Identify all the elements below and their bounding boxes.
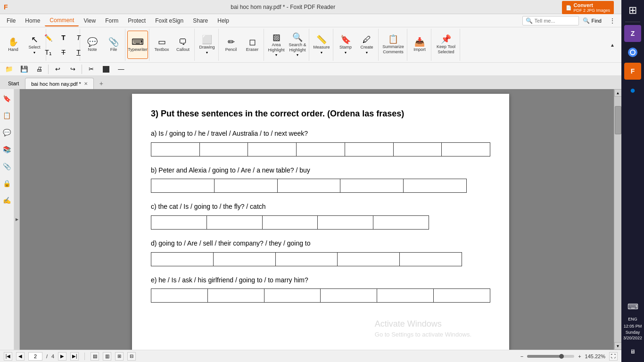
hand-tool-button[interactable]: ✋ Hand	[3, 31, 24, 59]
area-highlight-button[interactable]: ▨ AreaHighlight ▼	[266, 31, 287, 59]
answer-box[interactable]	[321, 288, 377, 303]
answer-box[interactable]	[208, 288, 264, 303]
scrollbar-up-button[interactable]: ▲	[614, 89, 622, 97]
menu-help[interactable]: Help	[213, 16, 234, 26]
answer-box[interactable]	[207, 215, 263, 230]
panel-attachments-icon[interactable]: 📎	[1, 161, 13, 172]
answer-box[interactable]	[340, 179, 404, 193]
zoom-thumb[interactable]	[559, 354, 564, 359]
menu-comment[interactable]: Comment	[45, 15, 79, 26]
answer-box[interactable]	[278, 179, 341, 193]
answer-box[interactable]	[377, 288, 434, 303]
menu-foxit-esign[interactable]: Foxit eSign	[150, 16, 188, 26]
drawing-tool-button[interactable]: ⬜ Drawing ▼	[197, 31, 217, 59]
color-button[interactable]	[99, 63, 113, 76]
answer-box[interactable]	[151, 288, 208, 303]
answer-box[interactable]	[297, 142, 345, 156]
fullscreen-button[interactable]: ⛶	[609, 352, 618, 361]
panel-security-icon[interactable]: 🔒	[1, 178, 13, 189]
menu-protect[interactable]: Protect	[123, 16, 150, 26]
panel-layers-icon[interactable]: 📚	[1, 144, 13, 155]
tab-close-button[interactable]: ✕	[84, 81, 88, 86]
tell-me-input[interactable]	[535, 18, 577, 24]
answer-box[interactable]	[338, 252, 400, 266]
page-number-input[interactable]	[28, 352, 42, 361]
desktop-show-button[interactable]: 🖥	[624, 343, 641, 360]
text-bold-button[interactable]: T	[57, 31, 71, 44]
answer-box[interactable]	[151, 142, 200, 156]
text-sub-button[interactable]: T₁	[41, 46, 56, 59]
answer-box[interactable]	[373, 215, 429, 230]
stamp-button[interactable]: 🔖 Stamp ▼	[335, 31, 356, 59]
z-app-icon[interactable]: Z	[624, 25, 641, 42]
panel-comments-icon[interactable]: 💬	[1, 127, 13, 138]
keyboard-layout-icon[interactable]: ⌨	[624, 298, 641, 315]
answer-box[interactable]	[248, 142, 297, 156]
eraser-tool-button[interactable]: ◻ Eraser	[242, 31, 263, 59]
pdf-scroll-area[interactable]: 3) Put these sentences in the correct or…	[20, 89, 621, 350]
next-page-button[interactable]: ▶	[58, 352, 66, 361]
panel-sign-icon[interactable]: ✍	[1, 195, 13, 206]
chrome-icon[interactable]	[624, 44, 641, 61]
open-file-button[interactable]: 📁	[2, 63, 16, 76]
view-grid-button[interactable]: ⊞	[115, 352, 124, 361]
measure-button[interactable]: 📏 Measure ▼	[311, 31, 332, 59]
view-single-button[interactable]: ▤	[91, 352, 99, 361]
toolbar-menu-button[interactable]: ⋮	[605, 16, 619, 25]
add-tab-button[interactable]: +	[96, 78, 107, 89]
scrollbar-down-button[interactable]: ▼	[614, 342, 622, 350]
panel-collapse-button[interactable]: ▶	[14, 89, 20, 350]
zoom-out-button[interactable]: −	[520, 354, 523, 359]
keep-tool-button[interactable]: 📌 Keep ToolSelected	[433, 31, 459, 59]
print-button[interactable]: 🖨	[32, 63, 46, 76]
create-button[interactable]: 🖊 Create ▼	[356, 31, 377, 59]
pdf-scrollbar[interactable]: ▲ ▼	[614, 89, 621, 350]
view-facing-button[interactable]: ▥	[103, 352, 111, 361]
panel-bookmark-icon[interactable]: 🔖	[1, 93, 13, 104]
answer-box[interactable]	[263, 215, 318, 230]
toolbar-collapse-button[interactable]: ▲	[605, 40, 619, 49]
text-edit-button[interactable]: ✏️	[41, 31, 56, 44]
menu-file[interactable]: File	[2, 16, 20, 26]
import-button[interactable]: 📥 Import	[409, 31, 430, 59]
prev-page-button[interactable]: ◀	[16, 352, 25, 361]
file-tool-button[interactable]: 📎 File	[103, 31, 124, 59]
menu-view[interactable]: View	[79, 16, 100, 26]
zoom-in-button[interactable]: +	[578, 354, 581, 359]
answer-box[interactable]	[442, 142, 490, 156]
scrollbar-thumb[interactable]	[615, 106, 621, 134]
tell-me-box[interactable]: 🔍	[522, 16, 579, 25]
answer-box[interactable]	[151, 252, 214, 266]
blue-circle-icon[interactable]: ●	[624, 82, 641, 99]
answer-box[interactable]	[400, 252, 462, 266]
save-button[interactable]: 💾	[17, 63, 31, 76]
text-strike-button[interactable]: T	[57, 46, 71, 59]
menu-share[interactable]: Share	[188, 16, 213, 26]
first-page-button[interactable]: |◀	[4, 352, 12, 361]
answer-box[interactable]	[345, 142, 394, 156]
answer-box[interactable]	[318, 215, 373, 230]
scissors-button[interactable]: ✂	[84, 63, 98, 76]
redo-button[interactable]: ↪	[66, 63, 80, 76]
callout-tool-button[interactable]: 🗨 Callout	[173, 31, 193, 59]
search-highlight-button[interactable]: 🔍 Search &Highlight ▼	[287, 31, 308, 59]
last-page-button[interactable]: ▶|	[70, 352, 79, 361]
dash-button[interactable]: —	[114, 63, 128, 76]
note-tool-button[interactable]: 💬 Note	[82, 31, 103, 59]
panel-pages-icon[interactable]: 📋	[1, 110, 13, 121]
answer-box[interactable]	[151, 179, 215, 193]
pencil-tool-button[interactable]: ✏ Pencil	[221, 31, 241, 59]
menu-home[interactable]: Home	[20, 16, 45, 26]
answer-box[interactable]	[214, 252, 276, 266]
start-tab[interactable]: Start	[2, 78, 25, 89]
answer-box[interactable]	[200, 142, 248, 156]
typewriter-tool-button[interactable]: ⌨ Typewriter	[127, 31, 148, 59]
convert-banner[interactable]: 📄 Convert PDF 2 JPG Images	[562, 1, 614, 14]
answer-box[interactable]	[151, 215, 207, 230]
answer-box[interactable]	[264, 288, 321, 303]
answer-box[interactable]	[276, 252, 338, 266]
answer-box[interactable]	[404, 179, 467, 193]
language-indicator[interactable]: ENG	[628, 317, 637, 321]
pdf-tab-active[interactable]: bai hoc hom nay.pdf * ✕	[25, 78, 94, 89]
zoom-slider[interactable]	[527, 355, 574, 358]
